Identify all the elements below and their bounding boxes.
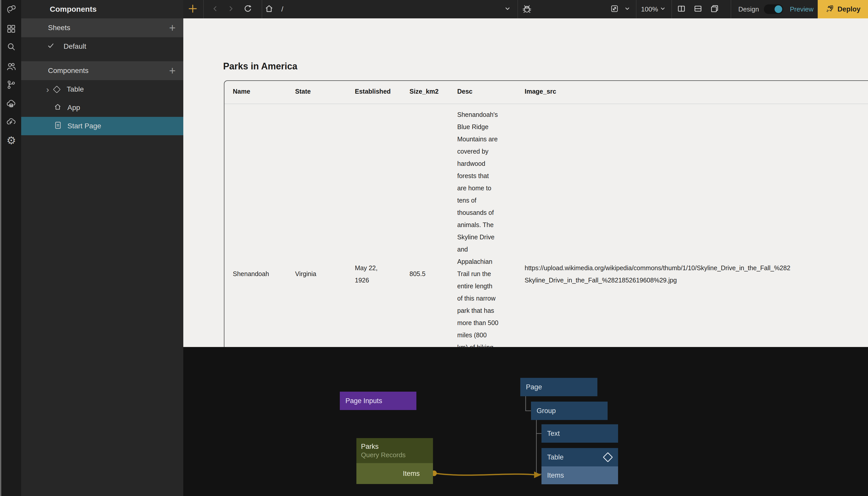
- app-preview-canvas: Parks in America Name State Established …: [183, 18, 868, 347]
- design-preview-toggle[interactable]: [764, 4, 783, 14]
- rocket-icon: [825, 3, 835, 15]
- component-item-label: Table: [67, 85, 84, 93]
- toolbar-divider: [671, 0, 672, 18]
- components-section-label: Components: [48, 66, 89, 75]
- node-text[interactable]: Text: [542, 424, 618, 443]
- git-branch-icon[interactable]: [6, 79, 17, 90]
- sheets-section-header[interactable]: Sheets +: [21, 18, 183, 37]
- chevron-down-icon[interactable]: [504, 5, 511, 14]
- table-header-separator: [224, 104, 868, 104]
- add-component-icon[interactable]: +: [169, 65, 176, 76]
- node-table[interactable]: Table: [542, 448, 618, 466]
- node-label: Table: [547, 453, 564, 461]
- chevron-right-icon[interactable]: ›: [46, 86, 49, 93]
- sidebar-item-start-page[interactable]: Start Page: [21, 117, 183, 135]
- column-header-name[interactable]: Name: [233, 85, 250, 97]
- graph-connectors: [183, 347, 868, 496]
- deploy-button[interactable]: Deploy: [818, 0, 868, 18]
- node-parks-query[interactable]: Parks Query Records Items: [356, 438, 433, 484]
- node-label: Text: [547, 430, 560, 437]
- split-columns-icon[interactable]: [676, 3, 686, 15]
- node-label: Page: [526, 383, 542, 391]
- column-header-state[interactable]: State: [295, 85, 311, 97]
- edge-arrowhead-icon: [534, 471, 541, 478]
- preview-mode-label[interactable]: Preview: [790, 5, 813, 13]
- diamond-icon: [53, 86, 61, 93]
- cell-desc: Shenandoah'sBlue RidgeMountains arecover…: [457, 108, 498, 347]
- settings-gear-icon[interactable]: ⚙: [6, 135, 17, 146]
- sidebar-item-app[interactable]: App: [21, 98, 183, 117]
- cell-state: Virginia: [295, 268, 316, 280]
- sheet-item-label: Default: [64, 42, 86, 50]
- sidebar-item-default-sheet[interactable]: Default: [21, 37, 183, 56]
- users-icon[interactable]: [6, 61, 17, 72]
- diamond-icon: [603, 452, 613, 462]
- components-sidebar: Components Sheets + Default Components +…: [21, 0, 183, 496]
- bug-debug-icon[interactable]: [521, 3, 532, 15]
- file-icon: [55, 122, 62, 131]
- home-icon: [54, 103, 62, 112]
- query-node-subtitle: Query Records: [361, 451, 433, 459]
- items-binding-edge: [435, 473, 536, 475]
- search-icon[interactable]: [6, 41, 17, 52]
- cell-size-km2: 805.5: [410, 268, 426, 280]
- cell-name: Shenandoah: [233, 268, 269, 280]
- output-port-label: Items: [403, 470, 420, 478]
- cell-image-src: https://upload.wikimedia.org/wikipedia/c…: [524, 262, 790, 286]
- top-toolbar: / 100%: [183, 0, 868, 18]
- forward-chevron-icon[interactable]: [227, 4, 235, 14]
- node-label: Page Inputs: [346, 397, 382, 405]
- grid-icon[interactable]: [6, 24, 17, 34]
- cell-established: May 22,1926: [355, 262, 378, 286]
- chevron-down-icon[interactable]: [659, 5, 666, 13]
- query-node-output-row[interactable]: Items: [356, 463, 433, 484]
- app-logo-icon[interactable]: [6, 4, 17, 15]
- zoom-level[interactable]: 100%: [641, 5, 658, 13]
- design-mode-label[interactable]: Design: [738, 5, 759, 13]
- column-header-image-src[interactable]: Image_src: [524, 85, 556, 97]
- check-icon: [47, 42, 55, 51]
- toolbar-divider: [517, 0, 518, 18]
- toggle-knob: [775, 5, 782, 13]
- node-page-inputs[interactable]: Page Inputs: [340, 392, 416, 410]
- toolbar-divider: [262, 0, 262, 18]
- chevron-down-icon[interactable]: [624, 5, 631, 13]
- home-icon[interactable]: [264, 4, 274, 14]
- app-window: ⚙ Components Sheets + Default Components…: [0, 0, 868, 496]
- expand-viewport-icon[interactable]: [609, 3, 620, 15]
- refresh-icon[interactable]: [243, 3, 253, 15]
- toolbar-divider: [731, 0, 731, 18]
- node-label: Group: [537, 407, 556, 415]
- split-rows-icon[interactable]: [693, 3, 703, 15]
- toolbar-divider: [203, 0, 204, 18]
- deploy-button-label: Deploy: [837, 5, 861, 13]
- add-sheet-icon[interactable]: +: [169, 22, 176, 33]
- cloud-functions-icon[interactable]: [6, 117, 17, 127]
- node-page[interactable]: Page: [520, 378, 597, 396]
- add-page-icon[interactable]: [188, 3, 198, 15]
- component-item-label: App: [67, 104, 80, 112]
- page-path[interactable]: /: [281, 5, 284, 13]
- query-node-header: Parks Query Records: [356, 438, 433, 463]
- cloud-data-icon[interactable]: [6, 98, 17, 109]
- sidebar-item-table[interactable]: › Table: [21, 80, 183, 98]
- query-node-title: Parks: [361, 442, 433, 451]
- component-item-label: Start Page: [67, 122, 101, 130]
- column-header-size[interactable]: Size_km2: [410, 85, 439, 97]
- node-group[interactable]: Group: [531, 402, 608, 420]
- overlap-windows-icon[interactable]: [710, 3, 720, 15]
- components-section-header[interactable]: Components +: [21, 61, 183, 80]
- toolbar-divider: [636, 0, 637, 18]
- data-table[interactable]: [224, 80, 868, 347]
- back-chevron-icon[interactable]: [211, 4, 219, 14]
- node-label: Items: [547, 471, 564, 479]
- page-title: Parks in America: [223, 61, 298, 72]
- sheets-section-label: Sheets: [48, 24, 70, 32]
- sidebar-title: Components: [21, 0, 183, 18]
- column-header-desc[interactable]: Desc: [457, 85, 473, 97]
- icon-rail: ⚙: [1, 0, 21, 496]
- column-header-established[interactable]: Established: [355, 85, 391, 97]
- node-table-items-input[interactable]: Items: [542, 466, 618, 484]
- data-flow-panel: Page Inputs Page Group Text Table Items …: [183, 347, 868, 496]
